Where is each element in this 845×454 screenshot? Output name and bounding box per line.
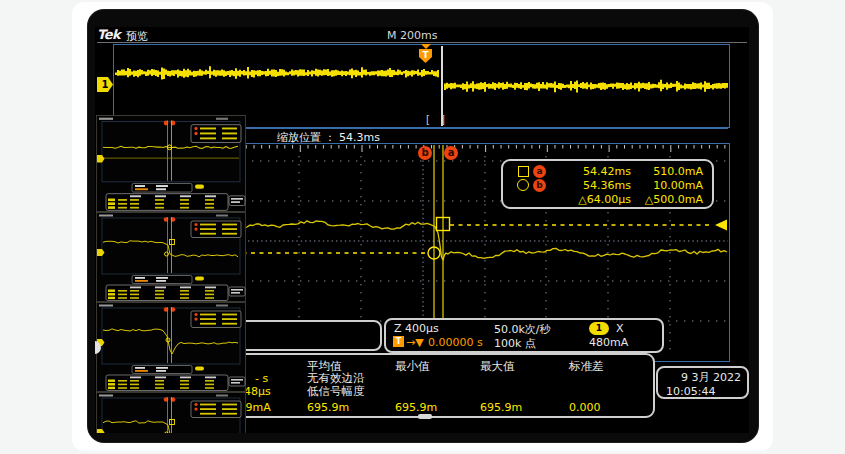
acquisition-status-box: Z 400μs 50.0k次/秒 1 X T →▼ 0.00000 s 100k… [384, 318, 664, 353]
trigger-t-icon: T [393, 336, 404, 347]
cursor-a-value: 510.0mA [631, 165, 712, 178]
zoom-scale-readout: Z 400μs [394, 322, 439, 335]
cursor-a-time: 54.42ms [555, 165, 631, 178]
measurement-table: 平均值 最小值 最大值 标准差 - s 无有效边沿 48μs 低信号幅度 .9m… [228, 353, 655, 418]
cursor-b-time: 54.36ms [555, 179, 631, 192]
measurement-value-fragment: 48μs [244, 385, 271, 398]
cursor-b-value: 10.00mA [631, 179, 712, 192]
square-icon [518, 166, 529, 177]
history-thumbnail-1[interactable] [96, 115, 246, 212]
channel1-pill-badge: 1 [589, 322, 609, 335]
timebase-readout: M 200ms [387, 29, 437, 42]
measurement-mean: 695.9m [307, 401, 349, 414]
cursor-a-row: a 54.42ms 510.0mA [503, 164, 712, 178]
oscilloscope-screen: Tek 预览 M 200ms 1 T [ ] 缩放位置 ： 54.3ms [95, 27, 749, 433]
cursor-delta-row: △64.00μs △500.0mA [503, 192, 712, 206]
trigger-arrow-icon [421, 44, 431, 49]
trigger-position-readout: 0.00000 s [428, 336, 483, 349]
channel-scale: 480mA [589, 336, 628, 349]
datetime-box: 9 3月 2022 10:05:44 [656, 366, 749, 399]
measurement-std: 0.000 [569, 401, 601, 414]
measurement-max: 695.9m [480, 401, 522, 414]
tek-logo: Tek [97, 27, 120, 42]
circle-icon [517, 179, 529, 191]
reference-arrow-icon [715, 220, 727, 231]
table-drag-handle[interactable] [418, 414, 432, 419]
measurement-min: 695.9m [395, 401, 437, 414]
screenshot-canvas: Tek 预览 M 200ms 1 T [ ] 缩放位置 ： 54.3ms [0, 0, 845, 454]
cursor-delta-value: △500.0mA [631, 193, 712, 206]
record-length: 100k 点 [494, 336, 536, 351]
measurement-value-fragment: .9mA [242, 401, 271, 414]
zoom-window-bracket[interactable]: [ ] [426, 114, 449, 125]
history-thumbnail-4[interactable] [96, 392, 246, 433]
history-thumbnail-3[interactable] [96, 302, 246, 392]
cursor-b-row: b 54.36ms 10.00mA [503, 178, 712, 192]
bottom-left-box [230, 320, 382, 351]
table-header-max: 最大值 [480, 359, 515, 374]
cursor-readout-box: a 54.42ms 510.0mA b 54.36ms 10.00mA △64.… [501, 159, 714, 209]
measurement-value-fragment: - s [255, 372, 268, 385]
table-header-min: 最小值 [395, 359, 430, 374]
table-header-std: 标准差 [569, 359, 604, 374]
menubar-divider [97, 42, 747, 43]
channel1-badge[interactable]: 1 [97, 77, 113, 92]
time-readout: 10:05:44 [664, 385, 741, 398]
oscilloscope-bezel: Tek 预览 M 200ms 1 T [ ] 缩放位置 ： 54.3ms [88, 10, 758, 442]
cursor-a-badge-small: a [533, 165, 546, 178]
channel-symbol: X [616, 322, 624, 335]
cursor-delta-time: △64.00μs [555, 193, 631, 206]
cursor-b-badge[interactable]: b [418, 146, 432, 160]
cursor-b-badge-small: b [533, 179, 546, 192]
cursor-a-badge[interactable]: a [444, 146, 458, 160]
date-readout: 9 3月 2022 [664, 370, 741, 385]
trigger-arrows-icon: →▼ [406, 336, 424, 349]
history-thumbnail-2[interactable] [96, 212, 246, 302]
acquisition-rate: 50.0k次/秒 [494, 322, 551, 337]
measurement-status-2: 低信号幅度 [307, 384, 365, 399]
